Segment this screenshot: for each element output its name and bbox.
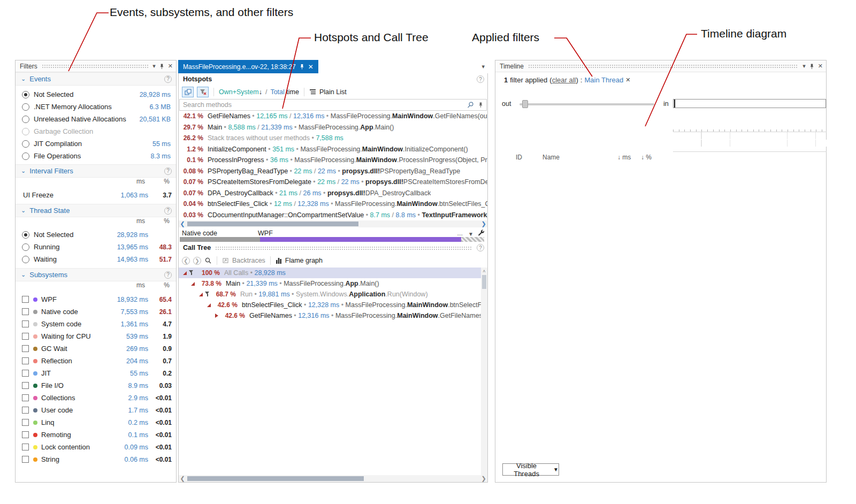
pin-icon[interactable] <box>159 63 164 70</box>
checkbox[interactable] <box>22 456 29 463</box>
chevron-down-icon[interactable]: ⌄ <box>21 271 26 278</box>
pin-icon[interactable] <box>809 63 814 70</box>
event-filter-row[interactable]: Not Selected28,928 ms <box>16 88 176 101</box>
hotspot-row[interactable]: 0.03 %CDocumentInputManager::OnCompartme… <box>179 210 487 221</box>
scroll-left-icon[interactable]: ❮ <box>179 220 186 227</box>
scroll-thumb[interactable] <box>482 275 486 289</box>
checkbox[interactable] <box>22 394 29 401</box>
radio-icon[interactable] <box>22 256 29 263</box>
event-filter-row[interactable]: Unreleased Native Allocations20,581 KB <box>16 113 176 125</box>
subsystem-row[interactable]: Lock contention0.09 ms<0.01 <box>16 441 176 453</box>
collapsed-icon[interactable] <box>215 314 218 318</box>
col-header-name[interactable]: Name <box>542 154 560 161</box>
col-header-pct[interactable]: ↓ % <box>641 154 652 161</box>
clear-filters-button[interactable] <box>197 87 209 97</box>
calltree-vscrollbar[interactable]: ˄ <box>481 268 487 475</box>
timeline-ruler[interactable] <box>673 120 827 132</box>
hotspot-row[interactable]: 26.2 %Stack traces without user methods … <box>179 133 487 144</box>
help-icon[interactable]: ? <box>164 271 172 279</box>
checkbox[interactable] <box>22 333 29 340</box>
help-icon[interactable]: ? <box>164 75 172 83</box>
hotspot-row[interactable]: 0.1 %ProcessInProgress • 36 ms • MassFil… <box>179 155 487 166</box>
scroll-right-icon[interactable]: ❯ <box>480 220 487 227</box>
filter-row[interactable]: Waiting14,963 ms51.7 <box>16 253 176 265</box>
expanded-icon[interactable] <box>199 293 203 296</box>
radio-icon[interactable] <box>22 152 29 160</box>
hotspot-row[interactable]: 1.2 %InitializeComponent • 351 ms • Mass… <box>179 144 487 155</box>
forward-button[interactable]: ❯ <box>193 257 201 265</box>
subsystem-row[interactable]: File I/O8.9 ms0.03 <box>16 379 176 392</box>
chevron-down-icon[interactable]: ⌄ <box>21 207 26 214</box>
radio-icon[interactable] <box>22 91 29 98</box>
overview-caret[interactable] <box>674 100 675 108</box>
close-icon[interactable]: ✕ <box>818 63 823 70</box>
checkbox[interactable] <box>22 320 29 327</box>
dropdown-icon[interactable]: ▼ <box>468 231 473 237</box>
hotspot-row[interactable]: 42.1 %GetFileNames • 12,165 ms / 12,316 … <box>179 111 487 122</box>
search-icon[interactable] <box>204 257 212 264</box>
checkbox[interactable] <box>22 308 29 315</box>
event-filter-row[interactable]: .NET Memory Allocations6.3 MB <box>16 101 176 113</box>
col-header-id[interactable]: ID <box>516 154 522 161</box>
filter-row[interactable]: Not Selected28,928 ms <box>16 228 176 241</box>
subsystem-row[interactable]: Native code7,553 ms26.1 <box>16 306 176 318</box>
filter-chip-main-thread[interactable]: Main Thread <box>584 76 623 84</box>
subsystem-row[interactable]: JIT55 ms0.2 <box>16 367 176 379</box>
checkbox[interactable] <box>22 431 29 438</box>
subsystem-bar-segment-wpf[interactable] <box>260 237 461 242</box>
chevron-down-icon[interactable]: ⌄ <box>21 167 26 174</box>
subsystem-row[interactable]: User code1.7 ms<0.01 <box>16 404 176 416</box>
sort-total-time[interactable]: Total time <box>270 88 299 96</box>
back-button[interactable]: ❮ <box>182 257 190 265</box>
events-section-header[interactable]: ⌄ Events ? <box>16 72 176 86</box>
wrench-icon[interactable] <box>477 229 484 236</box>
event-filter-row[interactable]: JIT Compilation55 ms <box>16 138 176 150</box>
follow-thread-button[interactable] <box>182 87 194 97</box>
help-icon[interactable]: ? <box>164 207 172 215</box>
checkbox[interactable] <box>22 407 29 414</box>
checkbox[interactable] <box>22 370 29 377</box>
subsystem-row[interactable]: String0.06 ms<0.01 <box>16 453 176 465</box>
subsystems-header[interactable]: ⌄ Subsystems ? <box>16 268 176 281</box>
filter-row[interactable]: UI Freeze1,063 ms3.7 <box>16 189 176 201</box>
radio-icon[interactable] <box>22 128 29 135</box>
col-header-ms[interactable]: ↓ ms <box>617 154 631 161</box>
subsystem-bar[interactable] <box>180 237 486 242</box>
tab-list-dropdown-icon[interactable]: ▾ <box>482 63 485 70</box>
search-icon[interactable] <box>467 101 474 109</box>
subsystem-bar-segment-native-code[interactable] <box>180 237 260 242</box>
scroll-up-icon[interactable]: ˄ <box>481 268 487 274</box>
dropdown-icon[interactable]: ▾ <box>802 63 806 70</box>
events-band[interactable] <box>673 132 827 139</box>
calltree-row[interactable]: 100 %All Calls • 28,928 ms <box>179 268 487 278</box>
close-icon[interactable]: ✕ <box>168 63 173 70</box>
sort-own-system[interactable]: Own+System↓ <box>219 88 262 96</box>
filtered-intervals-band[interactable] <box>673 147 827 151</box>
expanded-icon[interactable] <box>207 303 211 307</box>
subsystem-bar-segment-mixed[interactable] <box>461 237 484 242</box>
remove-filter-icon[interactable]: ✕ <box>625 77 630 83</box>
radio-icon[interactable] <box>22 140 29 148</box>
radio-icon[interactable] <box>22 103 29 111</box>
ui-freeze-band[interactable] <box>673 140 827 147</box>
flame-graph-button[interactable]: Flame graph <box>285 257 323 264</box>
checkbox[interactable] <box>22 444 29 450</box>
scroll-left-icon[interactable]: ❮ <box>179 475 186 482</box>
radio-icon[interactable] <box>22 243 29 251</box>
radio-icon[interactable] <box>22 231 29 239</box>
event-filter-row[interactable]: Garbage Collection <box>16 125 176 138</box>
backtraces-button[interactable]: Backtraces <box>232 257 265 264</box>
event-filter-row[interactable]: File Operations8.3 ms <box>16 150 176 162</box>
expanded-icon[interactable] <box>183 271 187 275</box>
clear-all-link[interactable]: clear all <box>552 76 576 84</box>
help-icon[interactable]: ? <box>477 75 484 83</box>
filters-panel-header[interactable]: Filters ▾ ✕ <box>16 60 176 72</box>
hotspot-row[interactable]: 0.04 %btnSelectFiles_Click • 12 ms / 12,… <box>179 198 487 210</box>
hotspot-row[interactable]: 29.7 %Main • 8,588 ms / 21,339 ms • Mass… <box>179 122 487 133</box>
close-icon[interactable]: ✕ <box>308 63 314 71</box>
subsystem-row[interactable]: WPF18,932 ms65.4 <box>16 293 176 306</box>
calltree-row[interactable]: 68.7 %Run • 19,881 ms • System.Windows.A… <box>179 289 487 300</box>
subsystem-row[interactable]: Waiting for CPU539 ms1.9 <box>16 330 176 342</box>
overflow-ellipsis[interactable]: ... <box>457 230 463 237</box>
dropdown-icon[interactable]: ▾ <box>152 63 156 70</box>
